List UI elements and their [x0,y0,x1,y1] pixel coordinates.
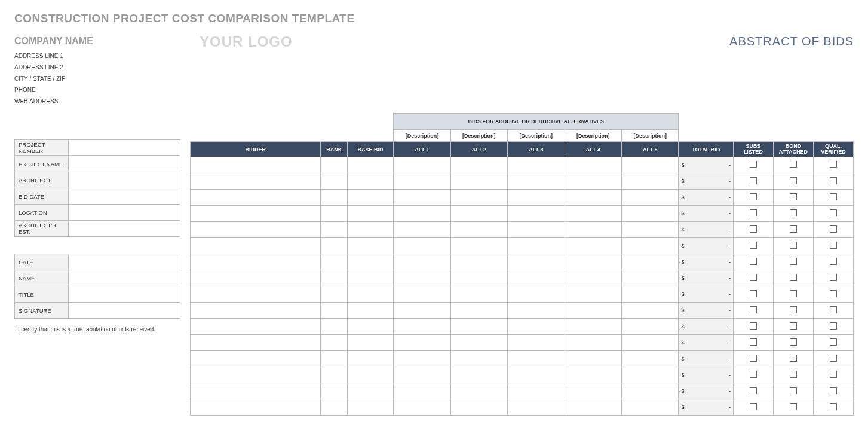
cell-alt5[interactable] [622,335,679,351]
cell-qual-verified[interactable] [813,319,853,335]
checkbox-icon[interactable] [750,290,757,297]
checkbox-icon[interactable] [830,290,837,297]
cell-alt2[interactable] [450,206,507,222]
cell-alt5[interactable] [622,238,679,254]
cell-rank[interactable] [321,335,348,351]
cell-base-bid[interactable] [348,303,394,319]
cell-alt2[interactable] [450,157,507,173]
cell-qual-verified[interactable] [813,206,853,222]
cell-rank[interactable] [321,286,348,303]
checkbox-icon[interactable] [790,225,797,233]
cell-bidder[interactable] [191,238,321,254]
cell-base-bid[interactable] [348,399,394,416]
checkbox-icon[interactable] [750,209,757,216]
cell-alt5[interactable] [622,351,679,367]
cell-alt4[interactable] [565,367,621,383]
cell-alt3[interactable] [508,319,565,335]
cell-alt5[interactable] [622,270,679,286]
cell-bidder[interactable] [191,319,321,335]
cell-alt5[interactable] [622,399,679,416]
checkbox-icon[interactable] [830,177,837,184]
cell-subs-listed[interactable] [733,206,773,222]
cell-bond-attached[interactable] [773,399,813,416]
cell-alt3[interactable] [508,351,565,367]
cell-rank[interactable] [321,254,348,270]
cell-alt1[interactable] [394,383,450,399]
alt3-description[interactable]: [Description] [508,130,565,142]
cell-bond-attached[interactable] [773,335,813,351]
cell-subs-listed[interactable] [733,286,773,303]
alt4-description[interactable]: [Description] [565,130,621,142]
cell-rank[interactable] [321,351,348,367]
checkbox-icon[interactable] [790,193,797,200]
cell-alt1[interactable] [394,399,450,416]
checkbox-icon[interactable] [750,322,757,330]
cell-alt5[interactable] [622,286,679,303]
checkbox-icon[interactable] [830,209,837,216]
cell-bidder[interactable] [191,206,321,222]
checkbox-icon[interactable] [830,355,837,362]
cell-alt3[interactable] [508,173,565,190]
cell-alt4[interactable] [565,254,621,270]
cell-bond-attached[interactable] [773,319,813,335]
cell-alt3[interactable] [508,206,565,222]
cell-bond-attached[interactable] [773,367,813,383]
cell-bidder[interactable] [191,173,321,190]
cell-base-bid[interactable] [348,270,394,286]
cell-base-bid[interactable] [348,157,394,173]
checkbox-icon[interactable] [750,274,757,281]
cell-base-bid[interactable] [348,206,394,222]
cell-alt2[interactable] [450,286,507,303]
checkbox-icon[interactable] [830,193,837,200]
cell-subs-listed[interactable] [733,173,773,190]
cell-alt4[interactable] [565,383,621,399]
cell-qual-verified[interactable] [813,157,853,173]
cell-alt1[interactable] [394,173,450,190]
cell-qual-verified[interactable] [813,335,853,351]
checkbox-icon[interactable] [790,322,797,330]
checkbox-icon[interactable] [790,177,797,184]
checkbox-icon[interactable] [790,274,797,281]
checkbox-icon[interactable] [750,225,757,233]
cell-bidder[interactable] [191,157,321,173]
checkbox-icon[interactable] [750,177,757,184]
cell-base-bid[interactable] [348,222,394,238]
cell-qual-verified[interactable] [813,238,853,254]
value-project-name[interactable] [69,156,180,172]
cell-alt4[interactable] [565,206,621,222]
checkbox-icon[interactable] [750,387,757,394]
cell-alt2[interactable] [450,173,507,190]
cell-alt4[interactable] [565,319,621,335]
checkbox-icon[interactable] [790,290,797,297]
cell-bond-attached[interactable] [773,286,813,303]
checkbox-icon[interactable] [790,338,797,346]
checkbox-icon[interactable] [790,403,797,410]
cell-alt4[interactable] [565,270,621,286]
value-location[interactable] [69,205,180,221]
checkbox-icon[interactable] [830,225,837,233]
cell-alt1[interactable] [394,303,450,319]
cell-alt2[interactable] [450,399,507,416]
cell-subs-listed[interactable] [733,383,773,399]
checkbox-icon[interactable] [830,387,837,394]
cell-qual-verified[interactable] [813,303,853,319]
cell-rank[interactable] [321,238,348,254]
cell-alt5[interactable] [622,222,679,238]
checkbox-icon[interactable] [790,209,797,216]
cell-alt4[interactable] [565,222,621,238]
cell-rank[interactable] [321,319,348,335]
checkbox-icon[interactable] [830,161,837,168]
cell-bidder[interactable] [191,222,321,238]
cell-alt3[interactable] [508,190,565,206]
cell-bond-attached[interactable] [773,173,813,190]
cell-rank[interactable] [321,399,348,416]
cell-subs-listed[interactable] [733,399,773,416]
cell-alt3[interactable] [508,286,565,303]
cell-subs-listed[interactable] [733,351,773,367]
cell-rank[interactable] [321,190,348,206]
cell-alt2[interactable] [450,270,507,286]
cell-base-bid[interactable] [348,190,394,206]
cell-qual-verified[interactable] [813,367,853,383]
cell-base-bid[interactable] [348,173,394,190]
alt5-description[interactable]: [Description] [622,130,679,142]
